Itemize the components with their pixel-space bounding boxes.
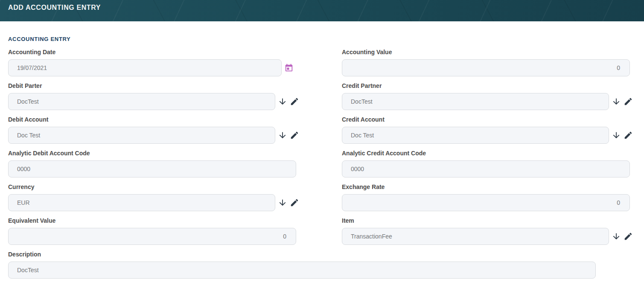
section-title: ACCOUNTING ENTRY: [8, 36, 630, 42]
currency-input[interactable]: [8, 194, 275, 211]
equivalent-value-label: Equivalent Value: [8, 218, 296, 224]
edit-pencil-icon[interactable]: [624, 97, 633, 106]
debit-account-input[interactable]: [8, 127, 275, 144]
accounting-value-label: Accounting Value: [342, 49, 630, 55]
credit-partner-input[interactable]: [342, 93, 609, 110]
page-header: ADD ACCOUNTING ENTRY: [0, 0, 644, 21]
form-content: ACCOUNTING ENTRY Accounting Date Debit P: [0, 36, 644, 279]
exchange-rate-input[interactable]: [342, 194, 630, 211]
analytic-credit-account-code-input[interactable]: [342, 160, 630, 177]
analytic-credit-account-code-label: Analytic Credit Account Code: [342, 150, 630, 157]
field-accounting-value: Accounting Value: [342, 49, 630, 76]
field-debit-account: Debit Account: [8, 116, 296, 144]
edit-pencil-icon[interactable]: [290, 97, 299, 106]
debit-account-label: Debit Account: [8, 116, 296, 123]
form-column-left: Accounting Date Debit Parter: [8, 49, 296, 251]
equivalent-value-input[interactable]: [8, 228, 296, 245]
field-analytic-debit-account-code: Analytic Debit Account Code: [8, 150, 296, 177]
credit-account-label: Credit Account: [342, 116, 630, 123]
field-debit-partner: Debit Parter: [8, 83, 296, 110]
analytic-debit-account-code-input[interactable]: [8, 160, 296, 177]
debit-partner-input[interactable]: [8, 93, 275, 110]
accounting-value-input[interactable]: [342, 59, 630, 76]
form-column-right: Accounting Value Credit Partner: [342, 49, 630, 251]
field-credit-account: Credit Account: [342, 116, 630, 144]
debit-partner-label: Debit Parter: [8, 83, 296, 89]
field-credit-partner: Credit Partner: [342, 83, 630, 110]
credit-partner-label: Credit Partner: [342, 83, 630, 89]
edit-pencil-icon[interactable]: [290, 131, 299, 140]
calendar-icon[interactable]: [284, 63, 294, 73]
field-accounting-date: Accounting Date: [8, 49, 296, 76]
accounting-date-label: Accounting Date: [8, 49, 296, 55]
arrow-down-icon[interactable]: [278, 97, 287, 106]
field-analytic-credit-account-code: Analytic Credit Account Code: [342, 150, 630, 177]
arrow-down-icon[interactable]: [612, 232, 621, 241]
analytic-debit-account-code-label: Analytic Debit Account Code: [8, 150, 296, 157]
field-item: Item: [342, 218, 630, 245]
arrow-down-icon[interactable]: [278, 131, 287, 140]
accounting-entry-form: Accounting Date Debit Parter: [8, 49, 630, 251]
item-input[interactable]: [342, 228, 609, 245]
field-description: Description: [8, 251, 596, 279]
description-input[interactable]: [8, 262, 596, 279]
arrow-down-icon[interactable]: [612, 97, 621, 106]
currency-label: Currency: [8, 184, 296, 190]
credit-account-input[interactable]: [342, 127, 609, 144]
accounting-date-input[interactable]: [8, 59, 282, 76]
edit-pencil-icon[interactable]: [290, 198, 299, 207]
exchange-rate-label: Exchange Rate: [342, 184, 630, 190]
field-currency: Currency: [8, 184, 296, 211]
field-equivalent-value: Equivalent Value: [8, 218, 296, 245]
edit-pencil-icon[interactable]: [624, 131, 633, 140]
arrow-down-icon[interactable]: [612, 131, 621, 140]
description-label: Description: [8, 251, 596, 258]
page-title: ADD ACCOUNTING ENTRY: [8, 4, 101, 12]
field-exchange-rate: Exchange Rate: [342, 184, 630, 211]
arrow-down-icon[interactable]: [278, 198, 287, 207]
item-label: Item: [342, 218, 630, 224]
edit-pencil-icon[interactable]: [624, 232, 633, 241]
